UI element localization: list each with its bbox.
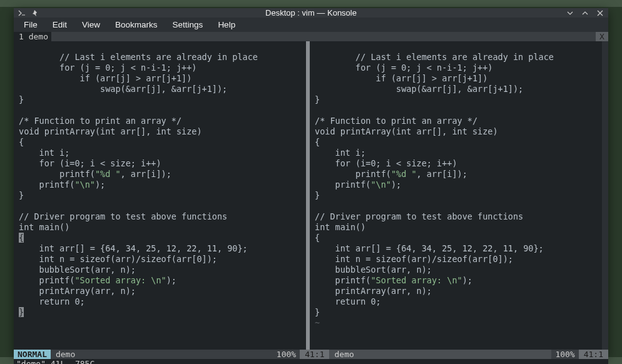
tab-close-button[interactable]: X: [596, 32, 608, 41]
status-pct-left: 100%: [273, 350, 300, 359]
menu-bookmarks[interactable]: Bookmarks: [108, 18, 165, 32]
vim-tabline: 1 demo X: [14, 32, 608, 41]
minimize-button[interactable]: [566, 9, 574, 18]
editor-pane-left[interactable]: // Last i elements are already in place …: [14, 41, 306, 350]
menu-file[interactable]: File: [16, 18, 45, 32]
titlebar: Desktop : vim — Konsole: [14, 8, 608, 18]
menu-help[interactable]: Help: [210, 18, 243, 32]
menubar: File Edit View Bookmarks Settings Help: [14, 18, 608, 32]
menu-edit[interactable]: Edit: [45, 18, 74, 32]
status-file-left: demo: [51, 350, 273, 359]
statusline: NORMAL demo 100% 41:1 demo 100% 41:1: [14, 350, 608, 359]
terminal-icon: [18, 9, 26, 18]
command-line[interactable]: "demo" 41L, 785C: [14, 359, 608, 364]
menu-settings[interactable]: Settings: [165, 18, 211, 32]
scrollbar[interactable]: [602, 41, 608, 350]
konsole-window: Desktop : vim — Konsole File Edit View B…: [14, 8, 608, 357]
status-file-right: demo: [329, 350, 551, 359]
tab-active[interactable]: 1 demo: [14, 32, 51, 41]
menu-view[interactable]: View: [74, 18, 108, 32]
close-button[interactable]: [596, 9, 604, 18]
cursor: {: [19, 233, 24, 243]
window-title: Desktop : vim — Konsole: [265, 8, 357, 18]
status-pct-right: 100%: [551, 350, 578, 359]
editor-area: // Last i elements are already in place …: [14, 41, 608, 350]
status-pos-right: 41:1: [579, 350, 608, 359]
pin-icon[interactable]: [31, 9, 40, 18]
tabline-fill: [51, 32, 596, 41]
status-pos-left: 41:1: [300, 350, 329, 359]
status-mode: NORMAL: [14, 350, 51, 359]
maximize-button[interactable]: [581, 9, 589, 18]
editor-pane-right[interactable]: // Last i elements are already in place …: [310, 41, 602, 350]
